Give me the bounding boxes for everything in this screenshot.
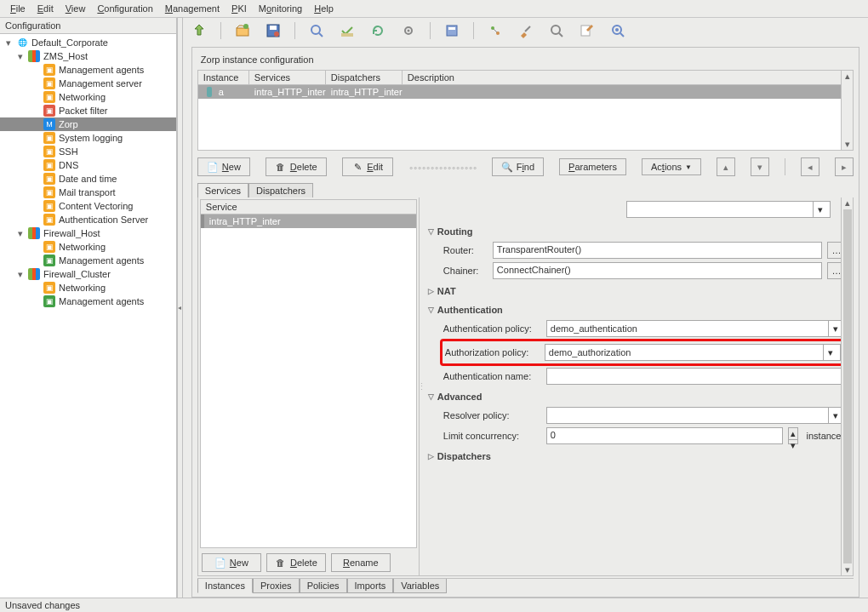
svc-new-button[interactable]: 📄New <box>202 553 261 572</box>
tree-packet-filter[interactable]: ▣Packet filter <box>0 104 176 117</box>
up-button[interactable] <box>190 21 208 40</box>
auth-name-input[interactable] <box>546 368 846 385</box>
tab-dispatchers[interactable]: Dispatchers <box>248 183 313 197</box>
tab-proxies[interactable]: Proxies <box>253 579 300 593</box>
tree-dns[interactable]: ▣DNS <box>0 158 176 172</box>
actions-button[interactable]: Actions ▼ <box>642 158 701 175</box>
zoom-button[interactable] <box>307 21 326 40</box>
edit-button[interactable] <box>578 21 597 40</box>
resolver-select[interactable]: ▾ <box>546 407 846 424</box>
tree-fwhost-networking[interactable]: ▣Networking <box>0 240 176 254</box>
db-button[interactable] <box>443 21 461 40</box>
spin-down[interactable]: ▾ <box>789 439 797 451</box>
folder-icon: ▣ <box>43 186 55 198</box>
books-icon <box>28 227 40 239</box>
tree-mgmt-server[interactable]: ▣Management server <box>0 77 176 90</box>
chainer-input[interactable]: ConnectChainer() <box>493 262 822 279</box>
tree-content-vec[interactable]: ▣Content Vectoring <box>0 199 176 213</box>
col-dispatchers[interactable]: Dispatchers <box>326 71 403 84</box>
section-dispatchers[interactable]: ▷Dispatchers <box>425 446 846 465</box>
menu-configuration[interactable]: Configuration <box>92 2 157 15</box>
right-arrow-button[interactable]: ▸ <box>835 157 854 176</box>
folder-icon: ▣ <box>43 159 55 171</box>
spin-up[interactable]: ▴ <box>789 428 797 439</box>
parameters-button[interactable]: Parameters <box>559 158 626 175</box>
menu-view[interactable]: View <box>60 2 91 15</box>
tree[interactable]: ▾🌐Default_Corporate ▾ZMS_Host ▣Managemen… <box>0 34 176 598</box>
service-list[interactable]: Service intra_HTTP_inter <box>200 199 417 548</box>
service-list-item[interactable]: intra_HTTP_inter <box>201 214 416 228</box>
menu-help[interactable]: Help <box>309 2 339 15</box>
gear-button[interactable] <box>399 21 418 40</box>
col-instance[interactable]: Instance <box>198 71 249 84</box>
menu-management[interactable]: Management <box>160 2 225 15</box>
grid-scrollbar[interactable]: ▴▾ <box>842 70 854 151</box>
col-description[interactable]: Description <box>403 71 841 84</box>
svg-point-16 <box>551 26 560 34</box>
section-routing[interactable]: ▽Routing <box>425 221 846 240</box>
tree-zms-host[interactable]: ▾ZMS_Host <box>0 49 176 63</box>
brush-button[interactable] <box>517 21 535 40</box>
tab-policies[interactable]: Policies <box>300 579 347 593</box>
trash-icon: 🗑 <box>275 557 287 569</box>
connect-button[interactable] <box>486 21 505 40</box>
grid-row[interactable]: a intra_HTTP_inter intra_HTTP_inter <box>198 85 841 99</box>
tree-collapse-handle[interactable]: ◂ <box>177 17 183 598</box>
open-button[interactable] <box>233 21 252 40</box>
section-nat[interactable]: ▷NAT <box>425 281 846 300</box>
col-services[interactable]: Services <box>249 71 326 84</box>
down-arrow-button[interactable]: ▾ <box>751 157 769 176</box>
auth-policy-select[interactable]: demo_authentication▾ <box>546 320 846 337</box>
tab-services[interactable]: Services <box>197 183 248 197</box>
folder-icon: ▣ <box>43 173 55 185</box>
delete-button[interactable]: 🗑Delete <box>266 157 327 176</box>
left-arrow-button[interactable]: ◂ <box>801 157 819 176</box>
up-arrow-button[interactable]: ▴ <box>717 157 735 176</box>
chevron-down-icon: ▾ <box>828 408 842 423</box>
router-input[interactable]: TransparentRouter() <box>493 242 822 259</box>
new-button[interactable]: 📄New <box>197 157 250 176</box>
tree-syslog[interactable]: ▣System logging <box>0 131 176 145</box>
section-advanced[interactable]: ▽Advanced <box>425 386 846 405</box>
tree-fwcluster-networking[interactable]: ▣Networking <box>0 281 176 295</box>
save-button[interactable] <box>264 21 283 40</box>
tree-networking[interactable]: ▣Networking <box>0 90 176 104</box>
refresh-button[interactable] <box>368 21 387 40</box>
menu-file[interactable]: File <box>5 2 31 15</box>
instances-grid[interactable]: Instance Services Dispatchers Descriptio… <box>197 70 842 151</box>
label-chainer: Chainer: <box>443 266 488 276</box>
tree-fw-cluster[interactable]: ▾Firewall_Cluster <box>0 267 176 281</box>
authz-policy-select[interactable]: demo_authorization▾ <box>545 344 841 361</box>
menu-pki[interactable]: PKI <box>226 2 252 15</box>
folder-icon: ▣ <box>43 214 55 226</box>
tab-instances[interactable]: Instances <box>197 579 253 593</box>
tree-fw-host[interactable]: ▾Firewall_Host <box>0 226 176 240</box>
svc-delete-button[interactable]: 🗑Delete <box>266 553 326 572</box>
tab-variables[interactable]: Variables <box>393 579 447 593</box>
section-auth[interactable]: ▽Authentication <box>425 300 846 318</box>
tree-fwcluster-agents[interactable]: ▣Management agents <box>0 295 176 308</box>
print-button[interactable] <box>608 21 627 40</box>
tree-mgmt-agents[interactable]: ▣Management agents <box>0 63 176 77</box>
tree-mail[interactable]: ▣Mail transport <box>0 186 176 199</box>
tree-zorp[interactable]: MZorp <box>0 117 176 131</box>
find-button[interactable]: 🔍Find <box>492 157 544 176</box>
check-button[interactable] <box>338 21 357 40</box>
service-form: ▾ ▽Routing Router:TransparentRouter()… C… <box>425 197 853 575</box>
top-combo[interactable]: ▾ <box>626 201 831 218</box>
svc-rename-button[interactable]: Rename <box>331 553 391 572</box>
agents-icon: ▣ <box>43 255 55 266</box>
find-button[interactable] <box>547 21 566 40</box>
tree-default-corporate[interactable]: ▾🌐Default_Corporate <box>0 36 176 49</box>
tree-auth-server[interactable]: ▣Authentication Server <box>0 213 176 226</box>
form-scrollbar[interactable]: ▴▾ <box>841 197 853 575</box>
edit-button[interactable]: ✎Edit <box>342 157 393 176</box>
menu-edit[interactable]: Edit <box>32 2 59 15</box>
tab-imports[interactable]: Imports <box>347 579 394 593</box>
menu-monitoring[interactable]: Monitoring <box>254 2 307 15</box>
tree-ssh[interactable]: ▣SSH <box>0 145 176 158</box>
tree-fwhost-agents[interactable]: ▣Management agents <box>0 254 176 267</box>
tree-datetime[interactable]: ▣Date and time <box>0 172 176 186</box>
instance-icon <box>207 87 212 97</box>
limit-input[interactable]: 0 <box>546 427 783 444</box>
